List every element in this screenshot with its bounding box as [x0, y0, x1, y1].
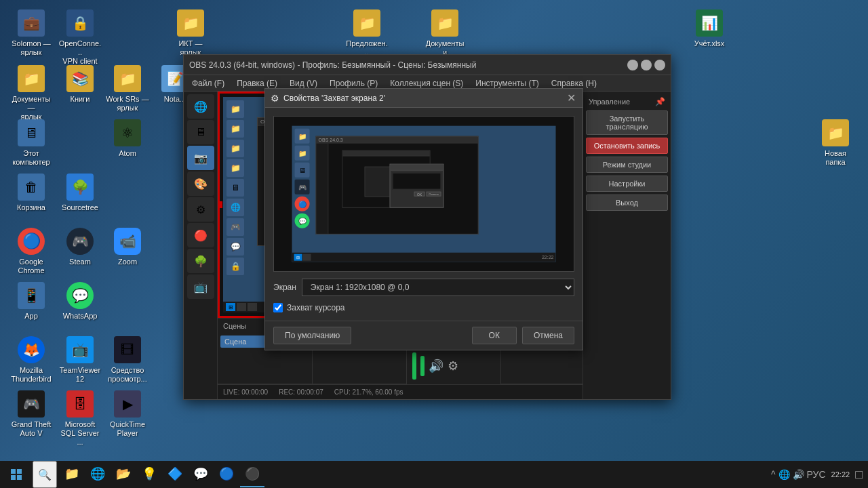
preview-obs-mini: OBS 24.0.3 [316, 136, 479, 235]
taskbar: 🔍 📁 🌐 📂 💡 🔷 💬 🔵 ⚫ ^ 🌐 🔊 РУС 22:22 □ [0, 461, 868, 488]
desktop-icon-solomon[interactable]: 💼 Solomon — ярлык [7, 7, 56, 60]
speaker-icon[interactable]: 🔊 [793, 469, 804, 480]
properties-icon: ⚙ [271, 93, 279, 104]
taskbar-app-edge[interactable]: 🌐 [85, 462, 110, 487]
obs-stop-record-button[interactable]: Остановить запись [586, 138, 668, 154]
taskbar-notification-icon[interactable]: □ [855, 468, 863, 482]
obs-close-button[interactable]: ✕ [654, 60, 665, 70]
taskbar-time: 22:22 [831, 470, 850, 479]
desktop-icon-workrs[interactable]: 📁 Work SRs —ярлык [103, 62, 152, 115]
obs-menu-tools[interactable]: Инструменты (T) [470, 77, 544, 89]
intellij-icon: 💡 [142, 466, 157, 481]
desktop-icon-etot-komputer[interactable]: 🖥 Этоткомпьютер [7, 117, 56, 169]
obs-sidebar-item-6[interactable]: 🔴 [187, 223, 214, 247]
taskbar-app-windows-explorer[interactable]: 📂 [111, 462, 136, 487]
desktop-icon-mssql[interactable]: 🗄 MicrosoftSQL Server ... [56, 388, 104, 450]
properties-ok-button[interactable]: ОК [472, 327, 517, 344]
desktop-icon-app[interactable]: 📱 App [7, 279, 56, 323]
properties-cancel-button[interactable]: Отмена [522, 327, 574, 344]
desktop-icon-zoom[interactable]: 📹 Zoom [103, 225, 152, 269]
desktop-icon-quicktime[interactable]: ▶ QuickTime Player [103, 388, 152, 441]
obs-preview-icons-left: 📁 📁 📁 📁 🖥 🌐 🎮 💬 🔒 [226, 100, 244, 275]
properties-ok-cancel-group: ОК Отмена [472, 327, 574, 344]
capture-cursor-label: Захват курсора [287, 303, 344, 312]
taskbar-right: ^ 🌐 🔊 РУС 22:22 □ [766, 468, 868, 482]
desktop-icon-uchet[interactable]: 📊 Учёт.xlsx [685, 7, 734, 51]
chevron-up-icon[interactable]: ^ [771, 469, 776, 480]
desktop-icon-predlozhen[interactable]: 📁 Предложен... [342, 7, 391, 60]
search-icon: 🔍 [38, 468, 52, 481]
obs-settings-button[interactable]: Настройки [586, 176, 668, 192]
obs-sidebar-item-7[interactable]: 🌳 [187, 249, 214, 273]
taskbar-app-whatsapp[interactable]: 💬 [189, 462, 213, 487]
taskbar-app-file-explorer[interactable]: 📁 [60, 462, 84, 487]
network-icon[interactable]: 🌐 [778, 469, 790, 480]
obs-sidebar-item-4[interactable]: 🎨 [187, 171, 214, 196]
taskbar-systray: ^ 🌐 🔊 РУС [771, 469, 826, 480]
obs-audio-level-right [420, 356, 425, 376]
desktop-icon-openconnect[interactable]: 🔒 OpenConne...VPN client [56, 7, 104, 69]
obs-handle-left[interactable] [218, 201, 222, 208]
chrome-taskbar-icon: 🔵 [219, 466, 234, 481]
obs-audio-gear[interactable]: ⚙ [448, 359, 458, 373]
properties-default-button[interactable]: По умолчанию [273, 327, 351, 344]
desktop-icon-mozilla[interactable]: 🦊 MozillaThunderbird [7, 333, 56, 386]
obs-minimize-button[interactable]: ─ [627, 60, 638, 70]
obs-sidebar-item-5[interactable]: ⚙ [187, 197, 214, 222]
battery-icon: РУС [807, 469, 826, 480]
desktop-icon-books[interactable]: 📚 Книги [56, 62, 104, 106]
obs-menu-view[interactable]: Вид (V) [284, 77, 323, 89]
taskbar-app-browser[interactable]: 🔵 [214, 462, 239, 487]
capture-cursor-checkbox[interactable] [273, 303, 283, 312]
obs-exit-button[interactable]: Выход [586, 195, 668, 211]
obs-menu-help[interactable]: Справка (H) [546, 77, 602, 89]
obs-studio-mode-button[interactable]: Режим студии [586, 157, 668, 173]
properties-preview-desktop: 📁 📁 🖥 🎮 🔵 💬 OBS 24.0.3 [292, 126, 556, 262]
preview-desktop-icons-left: 📁 📁 🖥 🎮 🔵 💬 [295, 129, 310, 228]
obs-start-stream-button[interactable]: Запустить трансляцию [586, 110, 668, 135]
screen-label: Экран [273, 283, 296, 292]
obs-menu-file[interactable]: Файл (F) [186, 77, 230, 89]
desktop-icon-steam[interactable]: 🎮 Steam [56, 225, 104, 269]
obs-sidebar-item-1[interactable]: 🌐 [187, 94, 214, 119]
obs-maximize-button[interactable]: □ [641, 60, 652, 70]
obs-status-cpu: CPU: 21.7%, 60.00 fps [334, 388, 403, 396]
obs-sidebar-item-3[interactable]: 📷 [187, 146, 214, 170]
obs-sidebar-item-8[interactable]: 📺 [187, 274, 214, 299]
screen-select-dropdown[interactable]: Экран 1: 1920x1080 @ 0,0 [302, 279, 574, 296]
taskbar-app-intellij[interactable]: 💡 [137, 462, 161, 487]
obs-sidebar-item-2[interactable]: 🖥 [187, 120, 214, 144]
desktop-icon-google-chrome[interactable]: 🔵 GoogleChrome [7, 225, 56, 278]
desktop-icon-ikt[interactable]: 📁 ИКТ — ярлык [166, 7, 215, 60]
obs-menu-profile[interactable]: Профиль (P) [324, 77, 383, 89]
desktop-icon-sredstvo[interactable]: 🎞 Средствопросмотр... [103, 333, 152, 386]
edge-icon: 🌐 [90, 466, 105, 481]
desktop-icon-gta[interactable]: 🎮 Grand TheftAuto V [7, 388, 56, 441]
properties-dialog-close[interactable]: ✕ [565, 92, 577, 104]
desktop-icon-teamviewer[interactable]: 📺 TeamViewer12 [56, 333, 104, 386]
taskbar-clock[interactable]: 22:22 [831, 470, 850, 479]
obs-menu-edit[interactable]: Правка (E) [231, 77, 283, 89]
desktop-icon-korzina[interactable]: 🗑 Корзина [7, 171, 56, 215]
obs-taskbar-icon: ⚫ [245, 466, 260, 481]
desktop-icon-new-folder[interactable]: 📁 Новая папка [811, 117, 860, 169]
desktop-icon-documents[interactable]: 📁 Документы —ярлык [7, 62, 56, 125]
properties-dialog-titlebar: ⚙ Свойства 'Захват экрана 2' ✕ [265, 89, 583, 108]
obs-menu-scenes[interactable]: Коллекция сцен (S) [384, 77, 469, 89]
desktop-icon-sourcetree[interactable]: 🌳 Sourcetree [56, 171, 104, 215]
capture-cursor-row: Захват курсора [273, 303, 574, 312]
obs-status-rec: REC: 00:00:07 [279, 388, 323, 396]
desktop-icon-whatsapp[interactable]: 💬 WhatsApp [56, 279, 104, 323]
obs-status-live: LIVE: 00:00:00 [223, 388, 268, 396]
obs-audio-speaker[interactable]: 🔊 [429, 359, 443, 373]
taskbar-app-obs[interactable]: ⚫ [240, 462, 264, 487]
taskbar-app-visual-studio[interactable]: 🔷 [163, 462, 187, 487]
desktop-icon-atom[interactable]: ⚛ Atom [103, 117, 152, 161]
taskbar-search-button[interactable]: 🔍 [33, 461, 57, 488]
obs-statusbar: LIVE: 00:00:00 REC: 00:00:07 CPU: 21.7%,… [218, 384, 583, 399]
obs-control-panel-pin[interactable]: 📌 [655, 97, 665, 106]
obs-titlebar-buttons: ─ □ ✕ [627, 60, 665, 70]
taskbar-start-button[interactable] [0, 461, 33, 488]
obs-audio-level-left [412, 352, 416, 380]
obs-window-title: OBS 24.0.3 (64-bit, windows) - Профиль: … [189, 60, 476, 70]
